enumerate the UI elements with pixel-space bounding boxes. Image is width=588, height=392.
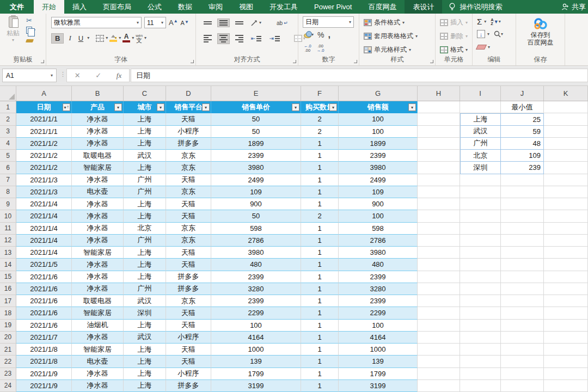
tab-审阅[interactable]: 审阅 [200,0,231,14]
tab-开始[interactable]: 开始 [34,0,64,14]
cell-I23[interactable] [460,368,501,380]
cell-B19[interactable]: 油烟机 [72,320,124,332]
cell-A6[interactable]: 2021/1/2 [16,162,72,174]
cell-G10[interactable]: 100 [339,210,418,222]
row-header-13[interactable]: 13 [0,247,16,259]
cell-J12[interactable] [501,235,544,247]
cell-B24[interactable]: 净水器 [72,380,124,392]
cell-C24[interactable]: 上海 [124,380,166,392]
cell-I21[interactable] [460,344,501,356]
cell-I24[interactable] [460,380,501,392]
cell-H17[interactable] [418,295,460,307]
format-as-table-button[interactable]: 套用表格格式▾ [364,32,418,41]
cell-E9[interactable]: 900 [211,198,301,210]
cell-C23[interactable]: 上海 [124,368,166,380]
cell-D15[interactable]: 拼多多 [166,271,211,283]
alignment-dialog-launcher[interactable] [293,60,296,63]
side-table-title[interactable]: 最小值 [501,101,544,113]
side-city-武汉[interactable]: 武汉 [460,126,501,138]
cell-C18[interactable]: 深圳 [124,307,166,319]
cell-H5[interactable] [418,150,460,162]
column-header-E[interactable]: E [211,86,301,101]
align-center-button[interactable] [217,33,230,44]
accounting-format-button[interactable]: ▾ [304,32,314,38]
cell-I8[interactable] [460,186,501,198]
cell-B22[interactable]: 电水壶 [72,356,124,367]
font-color-caret-icon[interactable]: ▾ [132,36,134,40]
cell-H18[interactable] [418,307,460,319]
bold-button[interactable]: B [51,33,64,44]
tab-页面布局[interactable]: 页面布局 [95,0,139,14]
cell-D3[interactable]: 小程序 [166,126,211,138]
cell-K6[interactable] [544,162,588,174]
cell-I11[interactable] [460,223,501,235]
row-header-12[interactable]: 12 [0,235,16,247]
paste-button[interactable]: 粘贴 ▾ [4,16,22,42]
column-header-B[interactable]: B [72,86,124,101]
font-size-combo[interactable]: 11▾ [144,17,166,28]
conditional-formatting-button[interactable]: 条件格式▾ [364,18,405,27]
cell-C13[interactable]: 上海 [124,247,166,259]
cell-H1[interactable] [418,101,460,113]
cell-K11[interactable] [544,223,588,235]
row-header-1[interactable]: 1 [0,101,16,113]
cell-J9[interactable] [501,198,544,210]
cell-G15[interactable]: 2399 [339,271,418,283]
number-format-combo[interactable]: 日期▾ [303,16,354,28]
phonetic-button[interactable]: wén文 [136,34,143,42]
tab-插入[interactable]: 插入 [64,0,95,14]
cell-A14[interactable]: 2021/1/5 [16,259,72,271]
cell-F17[interactable]: 1 [301,295,339,307]
cell-J21[interactable] [501,344,544,356]
wrap-text-button[interactable]: ab↵ [274,19,290,28]
cell-B8[interactable]: 电水壶 [72,186,124,198]
tab-file[interactable]: 文件 [0,0,34,14]
cell-F5[interactable]: 1 [301,150,339,162]
cell-E21[interactable]: 1000 [211,344,301,356]
italic-button[interactable]: I [65,33,74,44]
cell-C21[interactable]: 上海 [124,344,166,356]
cell-B18[interactable]: 智能家居 [72,307,124,319]
side-min-广州[interactable]: 48 [501,138,544,150]
cell-K4[interactable] [544,138,588,150]
autosum-caret-icon[interactable]: ▾ [484,20,486,24]
share-button[interactable]: 共享 [555,0,588,14]
insert-function-button[interactable]: fx [117,71,121,80]
cell-G21[interactable]: 1000 [339,344,418,356]
cell-A11[interactable]: 2021/1/4 [16,223,72,235]
cell-K19[interactable] [544,320,588,332]
cell-F8[interactable]: 1 [301,186,339,198]
percent-style-button[interactable]: % [317,30,324,39]
cell-H13[interactable] [418,247,460,259]
cell-B14[interactable]: 净水器 [72,259,124,271]
cell-H22[interactable] [418,356,460,367]
row-header-22[interactable]: 22 [0,356,16,367]
cell-D2[interactable]: 天猫 [166,113,211,125]
middle-align-button[interactable] [217,19,230,27]
cell-D16[interactable]: 拼多多 [166,283,211,295]
cell-H23[interactable] [418,368,460,380]
number-dialog-launcher[interactable] [354,60,357,63]
cell-G12[interactable]: 2786 [339,235,418,247]
cell-J7[interactable] [501,174,544,186]
increase-decimal-button[interactable]: ←.0.00 [304,44,311,53]
sort-filter-button[interactable]: AZ▼▾ [491,18,500,26]
cell-E11[interactable]: 598 [211,223,301,235]
row-header-6[interactable]: 6 [0,162,16,174]
row-header-24[interactable]: 24 [0,380,16,392]
side-min-深圳[interactable]: 239 [501,162,544,174]
tab-百度网盘[interactable]: 百度网盘 [360,0,405,14]
cell-K10[interactable] [544,210,588,222]
cell-D9[interactable]: 天猫 [166,198,211,210]
cell-J23[interactable] [501,368,544,380]
cell-C8[interactable]: 广州 [124,186,166,198]
cell-F20[interactable]: 1 [301,332,339,344]
phonetic-caret-icon[interactable]: ▾ [144,36,146,40]
filter-button-产品[interactable]: ▾ [114,103,122,111]
underline-button[interactable]: U [76,33,85,44]
cell-H15[interactable] [418,271,460,283]
font-name-combo[interactable]: 微软雅黑▾ [51,17,142,28]
cell-A24[interactable]: 2021/1/9 [16,380,72,392]
cell-E20[interactable]: 4164 [211,332,301,344]
cell-E15[interactable]: 2399 [211,271,301,283]
